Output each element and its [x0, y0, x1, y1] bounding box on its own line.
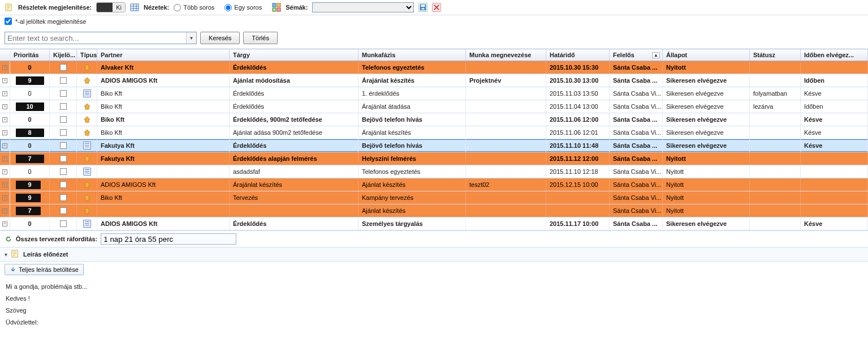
cell-kijelo[interactable] — [50, 61, 77, 74]
col-munka-meg[interactable]: Munka megnevezése — [466, 49, 546, 61]
cell-kijelo[interactable] — [50, 100, 77, 113]
table-row[interactable]: +0Biko KftÉrdeklődés, 900m2 tetőfedéseBe… — [0, 113, 868, 126]
preview-header[interactable]: ▾ Leírás előnézet — [0, 247, 868, 262]
cell-allapot: Nyitott — [663, 152, 750, 165]
table-row[interactable]: +9ADIOS AMIGOS KftAjánlat módosításaÁraj… — [0, 74, 868, 87]
col-partner[interactable]: Partner — [97, 49, 230, 61]
col-prioritas[interactable]: Prioritás — [10, 49, 50, 61]
search-input[interactable] — [5, 32, 197, 44]
cell-kijelo[interactable] — [50, 126, 77, 139]
table-row[interactable]: +9ADIOS AMIGOS KftÁrajánlat készítésAján… — [0, 178, 868, 191]
expand-button[interactable]: + — [0, 191, 10, 204]
cell-partner: ADIOS AMIGOS Kft — [97, 74, 230, 87]
expand-button[interactable]: + — [0, 217, 10, 230]
cell-munka-meg — [466, 61, 546, 74]
cell-tipus — [77, 74, 97, 87]
expand-button[interactable]: + — [0, 100, 10, 113]
cell-idoben: Késve — [801, 126, 868, 139]
cell-prio: 10 — [10, 100, 50, 113]
cell-partner: ADIOS AMIGOS Kft — [97, 178, 230, 191]
cell-kijelo[interactable] — [50, 204, 77, 217]
table-row[interactable]: +7Fakutya KftÉrdeklődés alapján felmérés… — [0, 152, 868, 165]
cell-kijelo[interactable] — [50, 165, 77, 178]
table-row[interactable]: +0Alvaker KftÉrdeklődésTelefonos egyezte… — [0, 61, 868, 74]
cell-hatarido: 2015.10.30 13:00 — [546, 74, 610, 87]
col-statusz[interactable]: Státusz — [750, 49, 801, 61]
cell-munkafazis: Telefonos egyeztetés — [359, 61, 466, 74]
delete-schema-button[interactable] — [432, 3, 441, 12]
search-dropdown-button[interactable]: ▼ — [186, 32, 196, 44]
cell-targy: Érdeklődés alapján felmérés — [230, 152, 359, 165]
cell-tipus — [77, 87, 97, 100]
cell-statusz — [750, 113, 801, 126]
col-kijelo[interactable]: Kijelö... — [50, 49, 77, 61]
cell-idoben — [801, 165, 868, 178]
total-label: Összes tervezett ráfordítás: — [16, 236, 97, 242]
expand-button[interactable]: + — [0, 165, 10, 178]
col-allapot[interactable]: Állapot — [663, 49, 750, 61]
view-single-radio[interactable]: Egy soros — [224, 4, 262, 11]
col-hatarido[interactable]: Határidő — [546, 49, 610, 61]
expand-button[interactable]: + — [0, 152, 10, 165]
expand-button[interactable]: + — [0, 178, 10, 191]
cell-kijelo[interactable] — [50, 191, 77, 204]
cell-statusz — [750, 178, 801, 191]
svg-rect-4 — [273, 8, 276, 11]
view-multi-radio[interactable]: Több soros — [174, 4, 214, 11]
expand-button[interactable]: + — [0, 139, 10, 152]
save-schema-button[interactable] — [418, 3, 427, 12]
load-full-description-button[interactable]: Teljes leírás betöltése — [5, 264, 84, 275]
col-tipus[interactable]: Típus — [77, 49, 97, 61]
cell-hatarido: 2015.10.30 15:30 — [546, 61, 610, 74]
star-filter-checkbox[interactable] — [5, 18, 12, 25]
cell-allapot: Sikeresen elvégezve — [663, 113, 750, 126]
expand-button[interactable]: + — [0, 204, 10, 217]
cell-kijelo[interactable] — [50, 113, 77, 126]
cell-kijelo[interactable] — [50, 217, 77, 230]
expand-button[interactable]: + — [0, 74, 10, 87]
table-row[interactable]: +8Biko KftAjánlat adása 900m2 tetőfedése… — [0, 126, 868, 139]
table-row[interactable]: +0Fakutya KftÉrdeklődésBejövő telefon hí… — [0, 139, 868, 152]
cell-felelos: Sánta Csaba ... — [610, 113, 663, 126]
table-row[interactable]: +7Ajánlat készítésSánta Csaba Vi...Nyito… — [0, 204, 868, 217]
table-row[interactable]: +9Biko KftTervezésKampány tervezésSánta … — [0, 191, 868, 204]
expand-button[interactable]: + — [0, 126, 10, 139]
cell-kijelo[interactable] — [50, 139, 77, 152]
cell-targy: Érdeklődés — [230, 139, 359, 152]
table-row[interactable]: +0asdadsfafTelefonos egyeztetés2015.11.1… — [0, 165, 868, 178]
schema-select[interactable] — [312, 2, 414, 12]
expand-button[interactable]: + — [0, 113, 10, 126]
cell-munkafazis: 1. érdeklődés — [359, 87, 466, 100]
expand-button[interactable]: + — [0, 87, 10, 100]
cell-partner: Biko Kft — [97, 191, 230, 204]
cell-statusz — [750, 61, 801, 74]
cell-munkafazis: Bejövő telefon hívás — [359, 139, 466, 152]
cell-kijelo[interactable] — [50, 87, 77, 100]
col-targy[interactable]: Tárgy — [230, 49, 359, 61]
col-idoben[interactable]: Időben elvégez... — [801, 49, 868, 61]
search-button[interactable]: Keresés — [200, 32, 240, 44]
cell-munka-meg — [466, 204, 546, 217]
cell-tipus — [77, 191, 97, 204]
details-toggle[interactable]: Ki — [96, 2, 126, 12]
cell-felelos: Sánta Csaba ... — [610, 74, 663, 87]
refresh-icon[interactable] — [5, 235, 12, 243]
col-felelos[interactable]: Felelős▲ — [610, 49, 663, 61]
svg-rect-2 — [273, 3, 276, 7]
cell-munkafazis: Helyszíni felmérés — [359, 152, 466, 165]
cell-kijelo[interactable] — [50, 74, 77, 87]
cell-idoben: Időben — [801, 100, 868, 113]
cell-tipus — [77, 61, 97, 74]
cell-kijelo[interactable] — [50, 152, 77, 165]
cell-statusz — [750, 152, 801, 165]
cell-hatarido: 2015.12.15 10:00 — [546, 178, 610, 191]
cell-kijelo[interactable] — [50, 178, 77, 191]
cell-targy: Érdeklődés — [230, 217, 359, 230]
clear-button[interactable]: Törlés — [243, 32, 278, 44]
table-row[interactable]: +0Biko KftÉrdeklődés1. érdeklődés2015.11… — [0, 87, 868, 100]
cell-munkafazis: Kampány tervezés — [359, 191, 466, 204]
table-row[interactable]: +10Biko KftÉrdeklődésÁrajánlat átadása20… — [0, 100, 868, 113]
table-row[interactable]: +0ADIOS AMIGOS KftÉrdeklődésSzemélyes tá… — [0, 217, 868, 230]
expand-button[interactable]: + — [0, 61, 10, 74]
col-munkafazis[interactable]: Munkafázis — [359, 49, 466, 61]
